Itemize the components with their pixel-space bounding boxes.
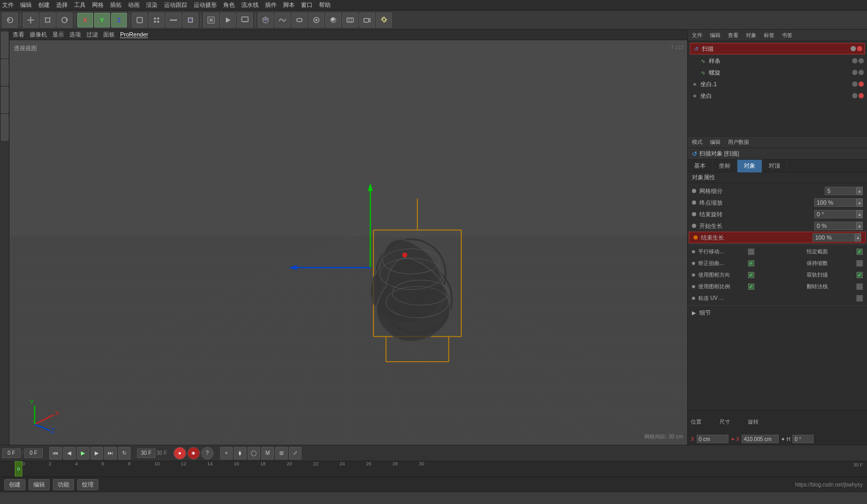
props-edit-btn[interactable]: 编辑 [708,139,723,146]
menu-motion-cam[interactable]: 运动摄形 [194,1,217,9]
tl-autokey[interactable]: ◯ [248,447,260,460]
vp-menu-filter[interactable]: 过滤 [86,31,98,39]
prop-cb-twist[interactable]: ✓ [748,260,754,267]
vp-menu-camera[interactable]: 摄像机 [30,31,47,39]
coord-x2-value[interactable]: 410.005 cm [742,435,779,443]
menu-motion-track[interactable]: 运动跟踪 [164,1,187,9]
toolbar-render[interactable] [220,13,236,28]
toolbar-cube[interactable] [258,13,273,28]
toolbar-nurbs[interactable] [275,13,290,28]
obj-vis-spline[interactable] [852,58,857,63]
nav-box-icon[interactable]: □ [679,43,683,51]
prop-spinbox-grow-end[interactable]: 100 % ▲ [813,233,861,242]
rp-tab-view[interactable]: 查看 [726,32,741,39]
prop-value-rot[interactable]: 0 ° [814,210,856,218]
prop-value-grow-end[interactable]: 100 % [813,233,855,242]
prop-cb-const-section[interactable]: ✓ [856,249,863,255]
obj-lock-sweep[interactable] [857,46,862,51]
menu-render[interactable]: 渲染 [146,1,158,9]
obj-item-null2[interactable]: ⊕ 坐白 [689,90,866,102]
prop-spinbox-mesh[interactable]: 5 ▲ [825,187,863,195]
tl-expand[interactable]: ⤢ [289,447,302,460]
vp-menu-prorender[interactable]: ProRender [120,31,148,38]
rp-tab-tag[interactable]: 标签 [762,32,777,39]
menu-script[interactable]: 脚本 [283,1,295,9]
toolbar-effector[interactable] [308,13,324,28]
menu-create[interactable]: 创建 [38,1,50,9]
status-btn-create[interactable]: 创建 [4,479,25,490]
toolbar-mode-point[interactable] [149,13,165,28]
toolbar-render-view[interactable] [237,13,253,28]
left-btn-4[interactable] [1,114,8,141]
timeline-track[interactable]: 0 0 2 4 6 8 10 12 14 16 18 20 22 24 26 2… [0,461,867,476]
vp-menu-view[interactable]: 查看 [13,31,24,39]
obj-item-helix[interactable]: ∿ 螺旋 [689,67,866,78]
vp-menu-options[interactable]: 选项 [69,31,81,39]
toolbar-camera[interactable] [359,13,375,28]
menu-window[interactable]: 窗口 [301,1,313,9]
prop-cb-parallel[interactable]: □ [748,249,754,255]
rp-tab-bookmark[interactable]: 书签 [780,32,795,39]
obj-item-spline[interactable]: ∿ 样条 [689,55,866,67]
coord-h-value[interactable]: 0 ° [792,435,814,443]
prop-spin-up-rot[interactable]: ▲ [856,210,863,218]
range-start-input[interactable] [137,448,156,458]
status-btn-edit[interactable]: 编辑 [29,479,50,490]
toolbar-scene[interactable] [342,13,358,28]
tl-key-frame[interactable]: ⧫ [234,447,247,460]
menu-character[interactable]: 角色 [223,1,235,9]
menu-pipeline[interactable]: 流水线 [241,1,259,9]
menu-help[interactable]: 帮助 [319,1,331,9]
left-btn-3[interactable] [1,87,8,113]
toolbar-undo[interactable] [2,13,18,28]
tl-record-help[interactable]: ? [201,447,214,460]
prop-spin-up-grow-end[interactable]: ▲ [855,233,861,242]
rp-tab-edit[interactable]: 编辑 [708,32,723,39]
obj-lock-helix[interactable] [859,70,864,75]
toolbar-axis-z[interactable]: Z [111,13,127,28]
menu-select[interactable]: 选择 [56,1,68,9]
current-frame-input[interactable] [2,448,21,458]
obj-lock-null1[interactable] [859,81,864,87]
nav-up-icon[interactable]: ↑ [671,43,674,51]
tl-record-pos[interactable]: ● [174,447,186,460]
prop-cb-rail-sweep[interactable]: ✓ [856,272,863,278]
props-tab-coords[interactable]: 坐标 [713,160,737,172]
toolbar-axis-y[interactable]: Y [94,13,110,28]
left-btn-1[interactable] [1,32,8,58]
props-mode-btn[interactable]: 模式 [690,139,705,146]
rp-tab-object[interactable]: 对象 [744,32,759,39]
tl-loop[interactable]: ↻ [118,447,131,460]
toolbar-axis-x[interactable]: X [77,13,93,28]
prop-cb-flip-normal[interactable]: □ [856,283,863,290]
toolbar-deformer[interactable] [291,13,307,28]
toolbar-light[interactable] [376,13,392,28]
props-userdata-btn[interactable]: 用户数据 [726,139,751,146]
tl-go-end[interactable]: ⏭ [104,447,117,460]
tl-play[interactable]: ▶ [77,447,89,460]
tl-next-frame[interactable]: ▶ [90,447,103,460]
obj-item-null1[interactable]: ⊕ 坐白.1 [689,78,866,90]
toolbar-mode-model[interactable] [132,13,148,28]
prop-spinbox-rot[interactable]: 0 ° ▲ [814,210,863,218]
status-btn-func[interactable]: 功能 [53,479,74,490]
props-tab-cap[interactable]: 对顶 [762,160,787,172]
prop-cb-frame-dir[interactable]: ✓ [748,272,754,278]
obj-lock-spline[interactable] [859,58,864,63]
tl-grid-view[interactable]: ⊞ [275,447,288,460]
menu-plugins[interactable]: 插件 [265,1,277,9]
tl-key-add[interactable]: + [220,447,233,460]
menu-file[interactable]: 文件 [2,1,14,9]
menu-anim[interactable]: 动画 [128,1,140,9]
prop-value-mesh[interactable]: 5 [825,187,856,195]
toolbar-scale[interactable] [40,13,56,28]
toolbar-rotate[interactable] [57,13,72,28]
menu-mesh[interactable]: 网格 [92,1,104,9]
left-btn-2[interactable] [1,59,8,86]
prop-value-scale[interactable]: 100 % [814,198,856,207]
prop-spin-up-mesh[interactable]: ▲ [856,187,863,195]
prop-cb-frame-scale[interactable]: ✓ [748,283,754,290]
coord-x-value[interactable]: 0 cm [697,435,728,443]
menu-tools[interactable]: 工具 [74,1,86,9]
toolbar-render-region[interactable] [203,13,219,28]
